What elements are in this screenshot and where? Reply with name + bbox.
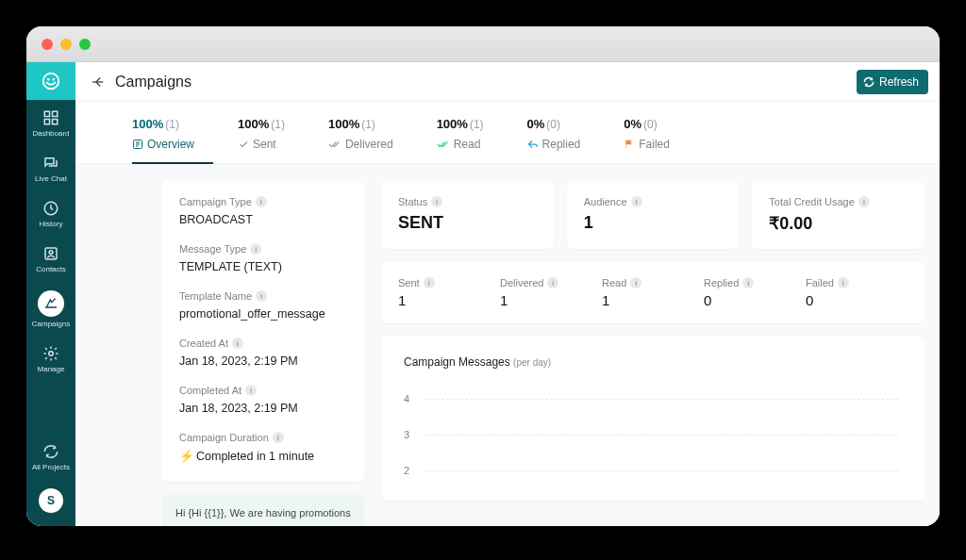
sidebar-item-dashboard[interactable]: Dashboard <box>26 100 75 145</box>
tab-failed[interactable]: 0%(0) Failed <box>624 109 689 163</box>
sidebar-item-contacts[interactable]: Contacts <box>26 236 75 281</box>
window-zoom-dot[interactable] <box>79 39 91 50</box>
svg-rect-4 <box>53 120 58 124</box>
tab-percent: 100% <box>328 117 359 131</box>
message-preview-text: Hi {Hi {{1}}, We are having promotions <box>175 507 351 519</box>
credit-card: Total Credit Usagei ₹0.00 <box>752 181 924 249</box>
flag-icon <box>624 139 635 150</box>
brand-logo[interactable] <box>26 62 75 100</box>
info-icon[interactable]: i <box>547 277 558 288</box>
info-icon[interactable]: i <box>838 277 849 288</box>
arrow-left-icon <box>90 74 107 91</box>
info-icon[interactable]: i <box>232 338 243 349</box>
info-icon[interactable]: i <box>858 196 870 207</box>
tab-percent: 0% <box>527 117 545 131</box>
window-titlebar <box>26 26 940 62</box>
duration-label: Campaign Durationi <box>179 432 347 443</box>
tab-replied[interactable]: 0%(0) Replied <box>527 109 600 163</box>
history-icon <box>42 200 59 217</box>
count-replied: Repliedi 0 <box>704 277 806 308</box>
window-minimize-dot[interactable] <box>60 39 72 50</box>
back-button[interactable] <box>87 71 109 93</box>
count-delivered: Deliveredi 1 <box>500 277 602 308</box>
dashboard-icon <box>42 109 59 126</box>
check-icon <box>238 139 249 150</box>
tab-percent: 100% <box>238 117 269 131</box>
svg-rect-3 <box>44 120 49 124</box>
message-type-label: Message Typei <box>179 243 347 255</box>
sidebar: Dashboard Live Chat History Contacts Cam… <box>26 62 75 526</box>
credit-label: Total Credit Usagei <box>769 196 908 207</box>
count-read: Readi 1 <box>602 277 704 308</box>
info-icon[interactable]: i <box>431 196 442 207</box>
info-icon[interactable]: i <box>256 196 267 207</box>
sidebar-item-campaigns[interactable]: Campaigns <box>26 281 75 336</box>
count-replied-value: 0 <box>704 292 806 308</box>
sidebar-item-label: All Projects <box>32 463 70 471</box>
sidebar-item-manage[interactable]: Manage <box>26 336 75 381</box>
created-at-label: Created Ati <box>179 338 347 349</box>
tab-count: (0) <box>546 118 560 131</box>
svg-point-0 <box>43 74 59 90</box>
main-area: Campaigns Refresh 100%(1) Overview 100%(… <box>75 62 940 526</box>
info-icon[interactable]: i <box>273 432 284 443</box>
svg-point-7 <box>49 251 53 255</box>
sidebar-item-history[interactable]: History <box>26 190 75 236</box>
refresh-button[interactable]: Refresh <box>857 70 928 94</box>
info-icon[interactable]: i <box>742 277 754 288</box>
grid-line <box>423 399 898 400</box>
credit-value: ₹0.00 <box>769 213 908 234</box>
campaign-type-label: Campaign Typei <box>179 196 347 207</box>
left-column: Campaign Typei BROADCAST Message Typei T… <box>162 181 364 526</box>
right-column: Statusi SENT Audiencei 1 Total Credit Us… <box>381 181 924 501</box>
page-header: Campaigns Refresh <box>75 62 940 102</box>
status-label: Statusi <box>398 196 537 207</box>
message-preview-card: Hi {Hi {{1}}, We are having promotions <box>162 495 364 526</box>
created-at-value: Jan 18, 2023, 2:19 PM <box>179 354 347 368</box>
audience-label: Audiencei <box>584 196 723 207</box>
tab-percent: 0% <box>624 117 641 131</box>
info-icon[interactable]: i <box>630 277 641 288</box>
info-icon[interactable]: i <box>424 277 435 288</box>
tab-count: (0) <box>643 118 658 131</box>
chart-plot-area: 4 3 2 <box>404 387 902 501</box>
overview-icon <box>132 139 143 150</box>
sidebar-item-live-chat[interactable]: Live Chat <box>26 145 75 190</box>
sidebar-item-label: Dashboard <box>32 129 69 138</box>
gear-icon <box>42 345 59 362</box>
template-name-label: Template Namei <box>179 290 347 302</box>
tab-delivered[interactable]: 100%(1) Delivered <box>328 109 412 163</box>
info-icon[interactable]: i <box>245 385 257 396</box>
count-read-value: 1 <box>602 292 704 308</box>
svg-point-8 <box>49 352 54 356</box>
info-icon[interactable]: i <box>250 243 261 255</box>
duration-value: ⚡Completed in 1 minute <box>179 449 347 463</box>
app-body: Dashboard Live Chat History Contacts Cam… <box>26 62 940 526</box>
tab-overview[interactable]: 100%(1) Overview <box>132 109 213 164</box>
campaigns-icon <box>38 290 64 317</box>
sidebar-item-all-projects[interactable]: All Projects <box>26 434 75 479</box>
campaign-details-card: Campaign Typei BROADCAST Message Typei T… <box>162 181 364 482</box>
avatar[interactable]: S <box>39 488 63 513</box>
y-tick-label: 2 <box>404 465 409 476</box>
chat-icon <box>42 155 59 172</box>
tab-count: (1) <box>470 118 484 131</box>
reply-icon <box>527 139 539 150</box>
chart-title: Campaign Messages (per day) <box>404 355 902 369</box>
content-scroll[interactable]: Campaign Typei BROADCAST Message Typei T… <box>75 164 940 526</box>
svg-rect-2 <box>53 111 58 116</box>
refresh-label: Refresh <box>879 75 919 89</box>
info-icon[interactable]: i <box>631 196 642 207</box>
tab-sent[interactable]: 100%(1) Sent <box>238 109 304 163</box>
tab-count: (1) <box>361 118 375 131</box>
tab-read[interactable]: 100%(1) Read <box>437 109 503 163</box>
bolt-icon: ⚡ <box>179 450 194 463</box>
count-sent: Senti 1 <box>398 277 500 308</box>
info-icon[interactable]: i <box>256 290 267 302</box>
tab-label: Read <box>454 138 481 151</box>
y-tick-label: 4 <box>404 393 409 404</box>
window-close-dot[interactable] <box>42 39 53 50</box>
campaign-type-value: BROADCAST <box>179 213 347 226</box>
count-delivered-value: 1 <box>500 292 602 308</box>
tab-label: Replied <box>542 138 581 151</box>
